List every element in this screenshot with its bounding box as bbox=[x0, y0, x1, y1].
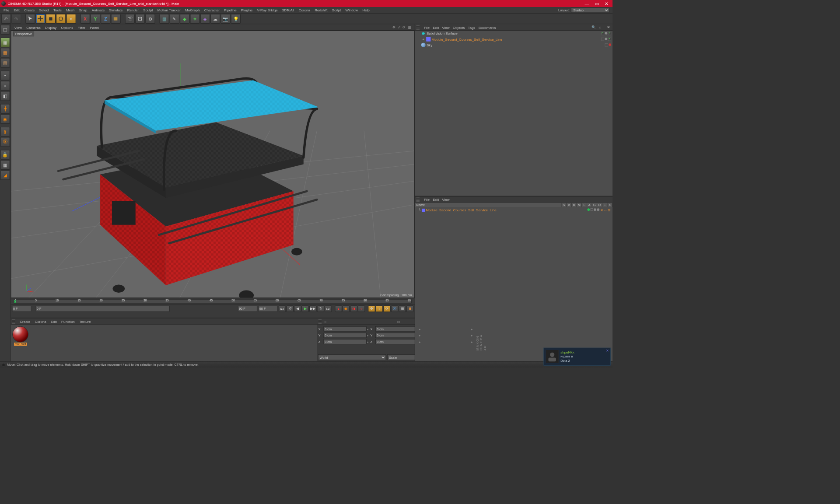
render-view[interactable]: 🎬 bbox=[125, 14, 135, 24]
live-select-tool[interactable] bbox=[25, 14, 35, 24]
take-col-name[interactable]: Name bbox=[415, 203, 562, 207]
snap-toggle[interactable]: § bbox=[0, 127, 10, 136]
mat-menu-corona[interactable]: Corona bbox=[35, 319, 46, 323]
steam-notification[interactable]: ✕ shpel4kk играет в Dota 2 bbox=[543, 348, 610, 366]
menu-select[interactable]: Select bbox=[37, 8, 51, 12]
z-axis-lock[interactable]: Z bbox=[101, 14, 110, 24]
layout-select[interactable]: Startup bbox=[571, 7, 609, 13]
take-col-g[interactable]: G bbox=[592, 203, 597, 207]
eye-icon[interactable]: 👁 bbox=[607, 25, 611, 29]
tree-row[interactable]: +Module_Second_Courses_Self_Service_Line bbox=[415, 36, 612, 42]
home-icon[interactable]: ⌂ bbox=[599, 25, 603, 29]
light-tool[interactable]: 💡 bbox=[231, 14, 241, 24]
play-button[interactable]: ▶ bbox=[302, 305, 309, 312]
close-button[interactable]: ✕ bbox=[605, 1, 609, 6]
planar-workplane[interactable]: ▦ bbox=[0, 160, 10, 170]
take-menu-edit[interactable]: Edit bbox=[433, 198, 439, 202]
spinner-icon[interactable]: ▸ bbox=[367, 333, 370, 337]
move-tool[interactable] bbox=[36, 14, 46, 24]
mat-menu-create[interactable]: Create bbox=[20, 319, 30, 323]
take-menu-view[interactable]: View bbox=[442, 198, 449, 202]
frame-end-field[interactable] bbox=[259, 306, 278, 312]
take-col-s[interactable]: S bbox=[561, 203, 567, 207]
last-tool[interactable]: ✦ bbox=[66, 14, 76, 24]
keyframe-sel[interactable]: ◑ bbox=[350, 305, 357, 312]
take-col-x[interactable]: X bbox=[607, 203, 612, 207]
x-axis-lock[interactable]: X bbox=[80, 14, 90, 24]
material-preview-icon[interactable] bbox=[13, 327, 28, 342]
coord-field-Z[interactable] bbox=[323, 339, 366, 344]
make-editable[interactable]: ◳ bbox=[0, 25, 10, 35]
coord-field-Y[interactable] bbox=[323, 333, 366, 338]
material-label[interactable]: mat_Self bbox=[14, 343, 27, 346]
take-menu-file[interactable]: File bbox=[424, 198, 430, 202]
menu-render[interactable]: Render bbox=[125, 8, 141, 12]
edges-mode[interactable]: ▫ bbox=[0, 81, 10, 91]
keyframe-q[interactable]: ? bbox=[358, 305, 365, 312]
generator-tool[interactable]: ❖ bbox=[190, 14, 200, 24]
go-start-button[interactable]: ⏮ bbox=[279, 305, 286, 312]
vp-menu-display[interactable]: Display bbox=[43, 25, 59, 29]
obj-menu-bookmarks[interactable]: Bookmarks bbox=[479, 25, 496, 29]
menu-mograph[interactable]: MoGraph bbox=[183, 8, 202, 12]
undo-button[interactable]: ↶ bbox=[1, 14, 11, 24]
vp-menu-view[interactable]: View bbox=[12, 25, 24, 29]
time-ruler[interactable]: 051015202530354045505560657075808590 bbox=[11, 298, 415, 305]
coord-field-X[interactable] bbox=[323, 326, 366, 332]
coord-field-Y[interactable] bbox=[375, 333, 418, 338]
take-col-r[interactable]: R bbox=[572, 203, 577, 207]
menu-3dtoall[interactable]: 3DToAll bbox=[280, 8, 297, 12]
nurbs-tool[interactable]: ◆ bbox=[180, 14, 189, 24]
scale-tool[interactable] bbox=[46, 14, 56, 24]
maximize-button[interactable]: ▭ bbox=[595, 1, 599, 6]
menu-corona[interactable]: Corona bbox=[297, 8, 313, 12]
perspective-viewport[interactable]: Perspective Grid Spacing : 100 cm bbox=[11, 31, 415, 298]
loop-button[interactable]: ↻ bbox=[317, 305, 324, 312]
vp-zoom-icon[interactable]: ⤢ bbox=[398, 25, 402, 29]
menu-file[interactable]: File bbox=[1, 8, 11, 12]
spinner-icon[interactable]: ▸ bbox=[419, 333, 422, 337]
go-end-button[interactable]: ⏭ bbox=[325, 305, 332, 312]
vp-menu-cameras[interactable]: Cameras bbox=[24, 25, 43, 29]
pen-tool[interactable]: ✎ bbox=[170, 14, 179, 24]
rotate-tool[interactable] bbox=[56, 14, 66, 24]
menu-mesh[interactable]: Mesh bbox=[64, 8, 77, 12]
project-button[interactable]: ▮ bbox=[406, 305, 413, 312]
param-key[interactable]: Ⓟ bbox=[391, 305, 398, 312]
tree-label[interactable]: Module_Second_Courses_Self_Service_Line bbox=[432, 37, 502, 41]
tree-label[interactable]: Subdivision Surface bbox=[427, 32, 458, 35]
minimize-button[interactable]: — bbox=[585, 1, 589, 6]
spinner-icon[interactable]: ▸ bbox=[471, 333, 474, 337]
spinner-icon[interactable]: ▸ bbox=[419, 340, 422, 343]
workplane-mode[interactable]: ▤ bbox=[0, 58, 10, 68]
mat-menu-function[interactable]: Function bbox=[61, 319, 75, 323]
coord-system[interactable] bbox=[111, 14, 121, 24]
snap-toggle2[interactable]: Ⓢ bbox=[0, 137, 10, 147]
enable-axis[interactable]: ╋ bbox=[0, 104, 10, 114]
vp-menu-options[interactable]: Options bbox=[59, 25, 75, 29]
coord-field-Z[interactable] bbox=[375, 339, 418, 344]
render-settings[interactable]: ⚙ bbox=[145, 14, 155, 24]
object-tree[interactable]: Subdivision Surface+Module_Second_Course… bbox=[415, 31, 612, 196]
expander-icon[interactable]: + bbox=[421, 37, 425, 41]
spinner-icon[interactable]: ▸ bbox=[419, 327, 422, 331]
search-icon[interactable]: 🔍 bbox=[592, 25, 596, 29]
obj-menu-view[interactable]: View bbox=[442, 25, 449, 29]
take-col-d[interactable]: D bbox=[597, 203, 602, 207]
tree-label[interactable]: Sky bbox=[427, 43, 432, 47]
menu-sculpt[interactable]: Sculpt bbox=[141, 8, 155, 12]
step-fwd-button[interactable]: ▶▶ bbox=[309, 305, 316, 312]
pla-key[interactable]: ▦ bbox=[399, 305, 406, 312]
menu-simulate[interactable]: Simulate bbox=[107, 8, 125, 12]
coord-field-X[interactable] bbox=[375, 326, 418, 332]
model-mode[interactable]: ▦ bbox=[0, 38, 10, 47]
take-col-m[interactable]: M bbox=[577, 203, 582, 207]
environment[interactable]: ☁ bbox=[210, 14, 220, 24]
menu-pipeline[interactable]: Pipeline bbox=[222, 8, 239, 12]
menu-redshift[interactable]: Redshift bbox=[312, 8, 330, 12]
rot-key[interactable]: ⟳ bbox=[383, 305, 390, 312]
frame-in-field[interactable] bbox=[36, 306, 170, 312]
take-item[interactable]: Module_Second_Courses_Self_Service_Line bbox=[426, 208, 496, 212]
record-button[interactable]: ● bbox=[335, 305, 342, 312]
step-back-button[interactable]: ◀ bbox=[294, 305, 301, 312]
